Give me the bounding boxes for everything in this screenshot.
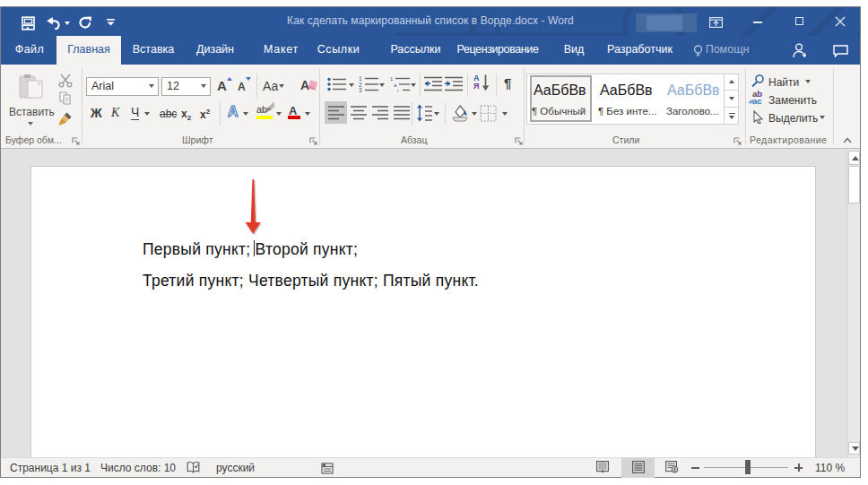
svg-text:a: a: [394, 82, 397, 88]
svg-text:1: 1: [390, 76, 394, 82]
svg-text:i: i: [397, 88, 398, 92]
svg-text:3: 3: [359, 87, 362, 92]
